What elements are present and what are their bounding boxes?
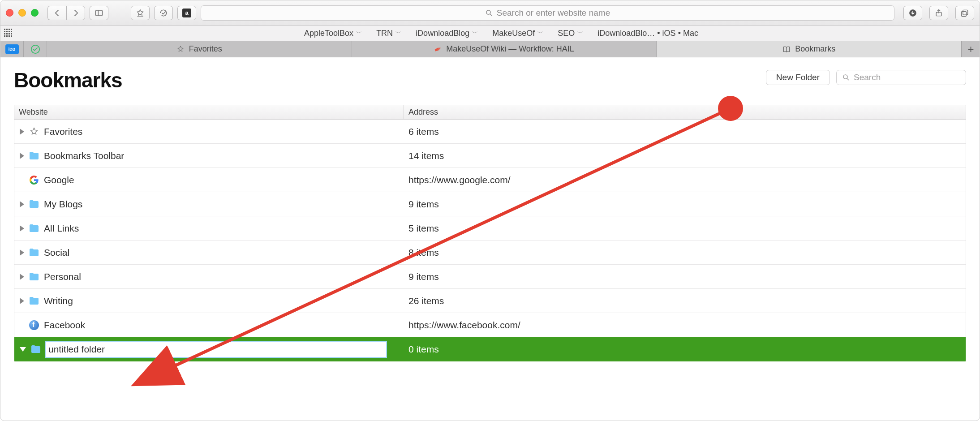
- table-row[interactable]: Googlehttps://www.google.com/: [14, 168, 966, 192]
- cell-website: Writing: [14, 289, 404, 313]
- column-header-website[interactable]: Website: [14, 105, 404, 119]
- google-row-icon: [29, 175, 39, 185]
- address-bar[interactable]: Search or enter website name: [201, 5, 894, 21]
- fav-item-idownloadblog-ios-mac[interactable]: iDownloadBlo… • iOS • Mac: [597, 29, 698, 38]
- disclosure-triangle-icon[interactable]: [20, 153, 24, 159]
- table-row[interactable]: All Links5 items: [14, 216, 966, 241]
- minimize-window-button[interactable]: [18, 9, 26, 17]
- sidebar-toggle-button[interactable]: [90, 6, 108, 20]
- disclosure-triangle-icon[interactable]: [20, 298, 24, 304]
- table-row[interactable]: My Blogs9 items: [14, 192, 966, 216]
- toolbar-right-group: [903, 6, 974, 20]
- tab-favorites[interactable]: Favorites: [47, 41, 352, 57]
- address-placeholder: Search or enter website name: [497, 8, 610, 18]
- svg-rect-8: [962, 11, 967, 16]
- table-row[interactable]: Favorites6 items: [14, 120, 966, 144]
- downloads-button[interactable]: [903, 6, 922, 20]
- close-window-button[interactable]: [6, 9, 13, 17]
- reading-list-button[interactable]: [154, 6, 173, 20]
- maximize-window-button[interactable]: [31, 9, 39, 17]
- row-name: My Blogs: [44, 199, 82, 210]
- disclosure-triangle-icon[interactable]: [20, 249, 24, 256]
- fav-label: AppleToolBox: [304, 29, 353, 38]
- star-icon: [176, 45, 185, 53]
- fav-item-makeuseof[interactable]: MakeUseOf﹀: [492, 29, 543, 38]
- forward-button[interactable]: [66, 6, 85, 20]
- table-row[interactable]: Personal9 items: [14, 265, 966, 289]
- bookmarks-page: Bookmarks New Folder Website Address Fav…: [0, 57, 980, 361]
- table-body: Favorites6 itemsBookmarks Toolbar14 item…: [14, 120, 966, 361]
- row-name: Social: [44, 247, 69, 258]
- show-all-bookmarks-icon[interactable]: [4, 29, 13, 38]
- quill-icon: ✒: [432, 43, 444, 56]
- folder-row-icon: [29, 271, 39, 282]
- tabs-overview-button[interactable]: [955, 6, 974, 20]
- fav-label: iDownloadBlo… • iOS • Mac: [597, 29, 698, 38]
- svg-point-3: [486, 10, 490, 14]
- table-row[interactable]: Bookmarks Toolbar14 items: [14, 144, 966, 168]
- svg-line-4: [490, 14, 492, 16]
- cell-address: https://www.google.com/: [404, 168, 966, 192]
- idb-favicon-icon: iDB: [5, 44, 19, 54]
- cell-address: 9 items: [404, 192, 966, 216]
- folder-row-icon: [29, 223, 39, 234]
- row-name: Facebook: [44, 320, 85, 331]
- pinned-tab-grammarly[interactable]: [24, 41, 47, 57]
- new-folder-button[interactable]: New Folder: [766, 70, 830, 85]
- disclosure-triangle-icon[interactable]: [20, 129, 24, 135]
- chevron-down-icon: ﹀: [472, 29, 478, 37]
- table-row[interactable]: Writing26 items: [14, 289, 966, 313]
- chevron-left-icon: [53, 9, 62, 17]
- folder-name-input[interactable]: [46, 342, 386, 357]
- fav-item-trn[interactable]: TRN﹀: [376, 29, 401, 38]
- disclosure-triangle-icon[interactable]: [20, 201, 24, 207]
- pinned-tab-idb[interactable]: iDB: [0, 41, 24, 57]
- bookmarks-search[interactable]: [836, 70, 966, 85]
- disclosure-triangle-icon[interactable]: [20, 225, 24, 232]
- tab-bar: iDB Favorites ✒ MakeUseOf Wiki — Workflo…: [0, 41, 980, 57]
- cell-website: Bookmarks Toolbar: [14, 144, 404, 168]
- folder-icon: [29, 272, 39, 282]
- svg-rect-0: [96, 10, 103, 16]
- table-row[interactable]: 0 items: [14, 337, 966, 361]
- page-title: Bookmarks: [14, 68, 122, 92]
- chevron-down-icon: ﹀: [395, 29, 401, 37]
- table-row[interactable]: Facebookhttps://www.facebook.com/: [14, 313, 966, 337]
- cell-address: 0 items: [404, 337, 966, 361]
- favorites-bar: AppleToolBox﹀ TRN﹀ iDownloadBlog﹀ MakeUs…: [0, 26, 980, 41]
- table-header: Website Address: [14, 105, 966, 120]
- tab-makeuseof-wiki[interactable]: ✒ MakeUseOf Wiki — Workflow: HAIL: [352, 41, 657, 57]
- amazon-extension-button[interactable]: a: [177, 6, 196, 20]
- fav-item-idownloadblog[interactable]: iDownloadBlog﹀: [416, 29, 478, 38]
- row-name: Google: [44, 175, 74, 185]
- chevron-right-icon: [71, 9, 80, 17]
- search-input[interactable]: [854, 73, 960, 82]
- bookmarks-table: Website Address Favorites6 itemsBookmark…: [14, 105, 966, 361]
- search-icon: [842, 73, 850, 82]
- folder-icon: [29, 296, 39, 306]
- share-icon: [934, 9, 943, 17]
- search-icon: [485, 9, 493, 17]
- tab-bookmarks[interactable]: Bookmarks: [657, 41, 962, 57]
- column-header-address[interactable]: Address: [404, 105, 966, 119]
- folder-row-icon: [29, 296, 39, 306]
- facebook-favicon-icon: [29, 320, 39, 330]
- new-tab-button[interactable]: +: [962, 41, 980, 57]
- checkmark-circle-icon: [30, 44, 40, 54]
- cell-address: 9 items: [404, 265, 966, 288]
- fav-item-seo[interactable]: SEO﹀: [558, 29, 583, 38]
- download-icon: [908, 9, 917, 17]
- cell-website: Personal: [14, 265, 404, 288]
- chevron-down-icon: ﹀: [577, 29, 583, 37]
- fav-item-appletoolbox[interactable]: AppleToolBox﹀: [304, 29, 362, 38]
- cell-website: Favorites: [14, 120, 404, 143]
- table-row[interactable]: Social8 items: [14, 241, 966, 265]
- share-button[interactable]: [929, 6, 948, 20]
- cell-address: 5 items: [404, 216, 966, 240]
- cell-website: Google: [14, 168, 404, 192]
- disclosure-triangle-icon[interactable]: [20, 274, 24, 280]
- tabs-icon: [960, 9, 969, 17]
- back-button[interactable]: [47, 6, 66, 20]
- top-sites-button[interactable]: [131, 6, 150, 20]
- disclosure-triangle-icon[interactable]: [20, 347, 26, 352]
